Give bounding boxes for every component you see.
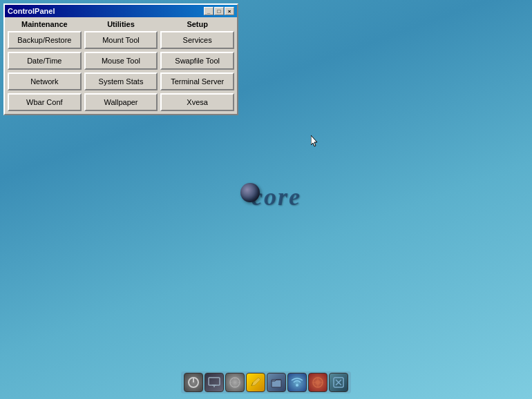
apps-icon[interactable] <box>308 373 327 392</box>
close-button[interactable]: × <box>225 7 234 15</box>
power-icon[interactable] <box>184 373 203 392</box>
swapfile-tool-button[interactable]: Swapfile Tool <box>160 52 234 70</box>
svg-point-6 <box>234 382 236 383</box>
wallpaper-button[interactable]: Wallpaper <box>84 93 158 111</box>
tinycore-logo: core <box>214 176 325 217</box>
compass-icon[interactable] <box>225 373 245 392</box>
date-time-button[interactable]: Date/Time <box>8 52 82 70</box>
restore-button[interactable]: □ <box>214 7 224 15</box>
files-icon[interactable] <box>267 373 286 392</box>
col-header-maintenance: Maintenance <box>8 20 82 28</box>
col-header-setup: Setup <box>160 20 234 28</box>
screen-icon[interactable] <box>205 373 224 392</box>
window-title: ControlPanel <box>8 7 55 15</box>
titlebar: ControlPanel _ □ × <box>5 5 237 17</box>
minimize-button[interactable]: _ <box>204 7 213 15</box>
services-button[interactable]: Services <box>160 31 234 49</box>
control-panel-window: ControlPanel _ □ × Maintenance Utilities… <box>3 3 238 115</box>
pen-icon[interactable] <box>246 373 265 392</box>
wbar-conf-button[interactable]: Wbar Conf <box>8 93 82 111</box>
system-stats-button[interactable]: System Stats <box>84 72 158 90</box>
wifi-icon[interactable] <box>287 373 307 392</box>
mouse-tool-button[interactable]: Mouse Tool <box>84 52 158 70</box>
terminal-server-button[interactable]: Terminal Server <box>160 72 234 90</box>
mount-tool-button[interactable]: Mount Tool <box>84 31 158 49</box>
svg-rect-2 <box>209 378 220 385</box>
backup-restore-button[interactable]: Backup/Restore <box>8 31 82 49</box>
taskbar <box>181 371 351 393</box>
svg-point-13 <box>296 384 298 387</box>
network-button[interactable]: Network <box>8 72 82 90</box>
xvesa-button[interactable]: Xvesa <box>160 93 234 111</box>
exit-icon[interactable] <box>329 373 348 392</box>
col-header-utilities: Utilities <box>84 20 158 28</box>
